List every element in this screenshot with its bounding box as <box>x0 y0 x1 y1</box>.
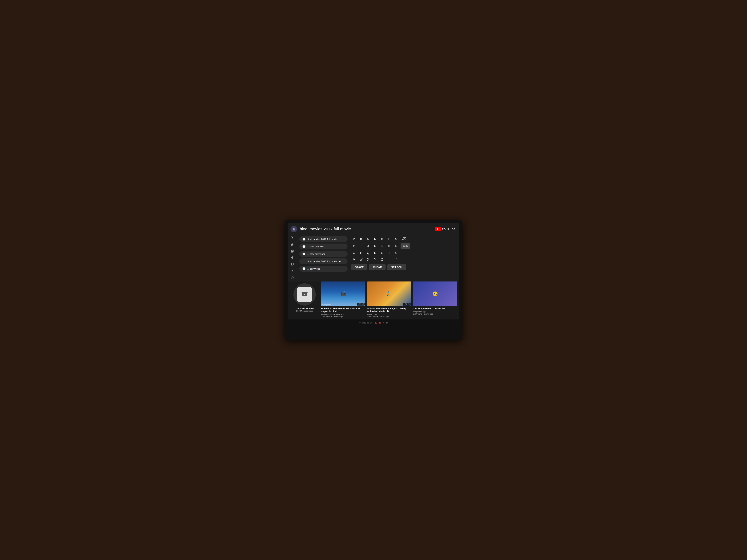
youtube-logo: YouTube <box>435 227 455 231</box>
key-Q[interactable]: Q <box>365 250 371 256</box>
search-query: hindi movies 2017 full movie <box>300 227 432 232</box>
video-title-aladdin: Aladdin Full Movie in English Disney Ani… <box>367 307 411 313</box>
video-card-doraemon[interactable]: 1:39:10 doraolga.com Doraemon The Movie … <box>321 282 365 318</box>
header: hindi movies 2017 full movie YouTube <box>288 223 459 234</box>
video-thumb-emoji <box>413 282 457 306</box>
video-card-aladdin[interactable]: 1:32:21 Aladdin Full Movie in English Di… <box>367 282 411 318</box>
key-E[interactable]: E <box>380 236 385 242</box>
suggestion-text-3: ... new bollywood <box>307 252 326 256</box>
video-thumb-doraemon: 1:39:10 doraolga.com <box>321 282 365 306</box>
key-V[interactable]: V <box>351 257 357 262</box>
tv-screen: hindi movies 2017 full movie YouTube <box>288 223 459 319</box>
video-title-emoji: The Emoji Movie 2C Movie HD <box>413 307 457 310</box>
video-meta-doraemon: 1.2M views • 2 months ago <box>321 316 365 318</box>
tv-frame: hindi movies 2017 full movie YouTube <box>285 220 462 340</box>
key-O[interactable]: O <box>351 250 357 256</box>
sidebar-item-search[interactable] <box>289 236 295 239</box>
key-U[interactable]: U <box>393 250 399 256</box>
key-H[interactable]: H <box>351 243 357 249</box>
sidebar-item-home[interactable] <box>289 243 295 246</box>
sidebar-item-library[interactable] <box>289 263 295 266</box>
tv-brand: Hisense <box>362 321 373 324</box>
tv-stand-base <box>357 329 390 331</box>
tv-power-button[interactable] <box>386 322 388 324</box>
sidebar-item-history[interactable] <box>289 276 295 279</box>
tv-dot <box>359 322 361 323</box>
video-channel-doraemon: Doraemon Movie india 2019 <box>321 314 365 316</box>
video-card-emoji[interactable]: The Emoji Movie 2C Movie HD MrQuyetMj 9.… <box>413 282 457 318</box>
space-button[interactable]: SPACE <box>351 264 367 270</box>
youtube-icon <box>435 227 441 231</box>
suggestion-3[interactable]: 🕐 ... new bollywood <box>300 251 347 257</box>
keyboard-row-3: O P Q R S T U <box>351 250 456 256</box>
video-section: YouTube Movies 95.4M subscribers 1:39:10… <box>288 282 459 319</box>
suggestion-text-2: ... new releases <box>307 245 324 248</box>
key-backspace[interactable]: ⌫ <box>401 236 407 242</box>
clear-button[interactable]: CLEAR <box>369 264 386 270</box>
suggestions-list: 🕐 hindi movies 2017 full movie 🕐 ... new… <box>300 236 347 279</box>
key-numbers[interactable]: &123 <box>401 243 410 249</box>
key-D[interactable]: D <box>372 236 378 242</box>
key-Y[interactable]: Y <box>372 257 378 262</box>
duration-aladdin: 1:32:21 <box>403 303 411 305</box>
tv-stand-neck <box>366 326 381 329</box>
key-M[interactable]: M <box>386 243 392 249</box>
svg-point-0 <box>293 228 294 229</box>
channel-name: YouTube Movies <box>295 307 314 310</box>
suggestion-1[interactable]: 🕐 hindi movies 2017 full movie <box>300 236 347 242</box>
views-aladdin: 134K views <box>367 316 377 318</box>
suggestion-5[interactable]: 🕐 ... bollywood <box>300 266 347 272</box>
keyboard: A B C D E F G ⌫ H I J K <box>351 236 456 279</box>
channel-card[interactable]: YouTube Movies 95.4M subscribers <box>290 282 319 318</box>
key-G[interactable]: G <box>393 236 399 242</box>
sidebar <box>288 234 297 282</box>
age-aladdin: 1 month ago <box>378 316 389 318</box>
tv-stand <box>288 326 459 331</box>
history-icon-5: 🕐 <box>302 267 306 270</box>
sidebar-item-subscriptions[interactable] <box>289 249 295 253</box>
key-T[interactable]: T <box>386 250 392 256</box>
sidebar-item-trending[interactable] <box>289 256 295 260</box>
key-P[interactable]: P <box>358 250 364 256</box>
svg-rect-1 <box>302 292 308 292</box>
key-N[interactable]: N <box>393 243 399 249</box>
video-channel-emoji: MrQuyetMj <box>413 311 457 313</box>
tv-clock-dot: • <box>383 322 384 324</box>
key-apostrophe[interactable]: ' <box>393 257 399 262</box>
history-icon-1: 🕐 <box>302 238 306 241</box>
tv-clock: 12:59 <box>375 321 382 324</box>
key-F[interactable]: F <box>386 236 392 242</box>
key-B[interactable]: B <box>358 236 364 242</box>
watermark-doraemon: doraolga.com <box>322 304 331 305</box>
avatar <box>290 226 297 233</box>
key-J[interactable]: J <box>365 243 371 249</box>
key-W[interactable]: W <box>358 257 364 262</box>
history-icon-2: 🕐 <box>302 245 306 248</box>
video-title-doraemon: Doraemon The Movie - Nobita Aur Ek Jalpa… <box>321 307 365 313</box>
key-C[interactable]: C <box>365 236 371 242</box>
search-button[interactable]: SEARCH <box>387 264 406 270</box>
video-meta-aladdin: 134K views • 1 month ago <box>367 316 411 318</box>
age-emoji: 6 days ago <box>424 313 433 315</box>
keyboard-row-1: A B C D E F G ⌫ <box>351 236 456 242</box>
key-A[interactable]: A <box>351 236 357 242</box>
key-R[interactable]: R <box>372 250 378 256</box>
suggestion-text-4: hindi movies 2017 full movie ne... <box>307 260 342 263</box>
key-I[interactable]: I <box>358 243 364 249</box>
key-X[interactable]: X <box>365 257 371 262</box>
video-channel-aladdin: Movie Time <box>367 314 411 316</box>
suggestion-4[interactable]: 🕐 hindi movies 2017 full movie ne... <box>300 258 347 264</box>
history-icon-3: 🕐 <box>302 252 306 256</box>
key-dash[interactable]: - <box>386 257 392 262</box>
key-K[interactable]: K <box>372 243 378 249</box>
age-doraemon: 2 months ago <box>332 316 343 318</box>
key-L[interactable]: L <box>380 243 385 249</box>
channel-thumbnail <box>293 283 316 305</box>
key-S[interactable]: S <box>380 250 385 256</box>
keyboard-actions: SPACE CLEAR SEARCH <box>351 264 456 270</box>
key-Z[interactable]: Z <box>380 257 385 262</box>
sidebar-item-downloads[interactable] <box>289 269 295 273</box>
video-meta-emoji: 9.4K views • 6 days ago <box>413 313 457 315</box>
video-thumb-aladdin: 1:32:21 <box>367 282 411 306</box>
suggestion-2[interactable]: 🕐 ... new releases <box>300 243 347 249</box>
